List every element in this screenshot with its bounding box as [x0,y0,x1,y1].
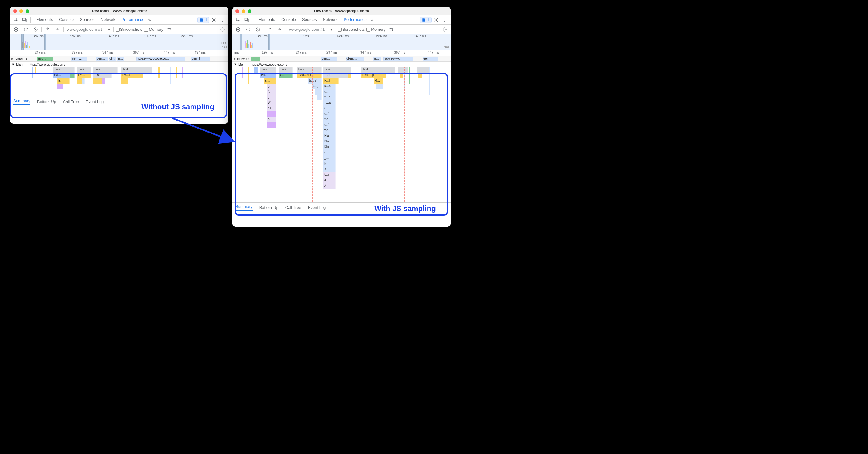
tab-elements[interactable]: Elements [258,16,276,24]
titlebar: DevTools - www.google.com/ [10,7,228,16]
tab-sources[interactable]: Sources [79,16,95,24]
kebab-icon[interactable]: ⋮ [441,16,449,24]
gc-icon[interactable] [165,26,173,33]
panel-tabs: Elements Console Sources Network Perform… [232,16,451,25]
device-icon[interactable] [21,16,29,24]
window-title: DevTools - www.google.com/ [232,9,451,13]
svg-point-11 [444,29,445,30]
tab-event-log[interactable]: Event Log [308,205,326,210]
svg-point-9 [436,19,437,21]
network-track[interactable]: ▶ Network gen… client… g… hpba (www… gen… [232,56,451,61]
details-tabs: Summary Bottom-Up Call Tree Event Log [10,96,228,107]
minimize-icon[interactable] [242,9,245,13]
tab-network[interactable]: Network [322,16,338,24]
devtools-window-right: DevTools - www.google.com/ Elements Cons… [232,7,451,227]
device-icon[interactable] [243,16,251,24]
issues-chip[interactable]: 1 [420,17,432,23]
issues-chip[interactable]: 1 [197,17,209,23]
svg-point-3 [213,19,215,21]
reload-icon[interactable] [244,26,252,33]
gear-icon[interactable] [210,16,218,24]
window-title: DevTools - www.google.com/ [10,9,228,13]
tab-summary[interactable]: Summary [13,98,30,105]
expand-icon[interactable]: ▶ [234,57,236,60]
clear-icon[interactable] [254,26,262,33]
download-icon[interactable] [276,26,284,33]
overview-minimap[interactable]: 497 ms 997 ms 1497 ms 1997 ms 2497 ms CP… [10,34,228,50]
inspect-icon[interactable] [234,16,242,24]
tab-console[interactable]: Console [281,16,297,24]
tab-sources[interactable]: Sources [302,16,317,24]
main-track-header[interactable]: ▼ Main — https://www.google.com/ [10,61,228,67]
upload-icon[interactable] [44,26,52,33]
reload-icon[interactable] [22,26,30,33]
minimize-icon[interactable] [19,9,23,13]
perf-settings-icon[interactable] [441,26,449,33]
recording-select[interactable]: www.google.com #1▾ [65,27,112,32]
record-button[interactable] [12,26,20,33]
tab-summary[interactable]: Summary [236,204,253,211]
download-icon[interactable] [54,26,61,33]
maximize-icon[interactable] [26,9,29,13]
tab-event-log[interactable]: Event Log [86,100,104,104]
more-tabs-icon[interactable]: » [146,16,154,24]
tab-performance[interactable]: Performance [121,16,145,24]
upload-icon[interactable] [266,26,274,33]
expand-icon[interactable]: ▶ [11,57,13,60]
tab-call-tree[interactable]: Call Tree [285,205,301,210]
flame-chart-right[interactable]: Task Pa…L E… (… (… (… W ea p Task C…t Ta… [232,67,451,202]
tab-network[interactable]: Network [100,16,116,24]
details-tabs: Summary Bottom-Up Call Tree Event Log [232,202,451,212]
gear-icon[interactable] [432,16,440,24]
memory-checkbox[interactable]: Memory [144,27,163,32]
network-track[interactable]: ▶ Network goo… gen_… gen… cl… n… hpba (w… [10,56,228,61]
flame-chart-left[interactable]: Task Pa…L E… Task Ev…t Task Task Task Ev… [10,67,228,96]
memory-checkbox[interactable]: Memory [366,27,385,32]
main-track-header[interactable]: ▼ Main — https://www.google.com/ [232,61,451,67]
tab-bottom-up[interactable]: Bottom-Up [259,205,278,210]
overview-minimap[interactable]: 497 ms 997 ms 1497 ms 1997 ms 2497 ms CP… [232,34,451,50]
tab-call-tree[interactable]: Call Tree [63,100,79,104]
panel-tabs: Elements Console Sources Network Perform… [10,16,228,25]
recording-select[interactable]: www.google.com #1▾ [288,27,334,32]
time-ruler[interactable]: 247 ms 297 ms 347 ms 397 ms 447 ms 497 m… [10,50,228,56]
more-tabs-icon[interactable]: » [368,16,376,24]
screenshots-checkbox[interactable]: Screenshots [338,27,365,32]
devtools-window-left: DevTools - www.google.com/ Elements Cons… [10,7,228,124]
time-ruler[interactable]: ms 197 ms 247 ms 297 ms 347 ms 397 ms 44… [232,50,451,56]
svg-point-5 [222,29,223,30]
clear-icon[interactable] [32,26,40,33]
collapse-icon[interactable]: ▼ [234,62,237,66]
tab-performance[interactable]: Performance [343,16,367,24]
titlebar: DevTools - www.google.com/ [232,7,451,16]
collapse-icon[interactable]: ▼ [11,62,15,66]
perf-toolbar: www.google.com #1▾ Screenshots Memory [232,25,451,34]
tab-console[interactable]: Console [58,16,74,24]
tab-bottom-up[interactable]: Bottom-Up [37,100,56,104]
kebab-icon[interactable]: ⋮ [219,16,226,24]
record-button[interactable] [234,26,242,33]
gc-icon[interactable] [387,26,395,33]
tab-elements[interactable]: Elements [36,16,54,24]
perf-toolbar: www.google.com #1▾ Screenshots Memory [10,25,228,34]
perf-settings-icon[interactable] [219,26,226,33]
maximize-icon[interactable] [248,9,251,13]
inspect-icon[interactable] [12,16,20,24]
close-icon[interactable] [13,9,17,13]
screenshots-checkbox[interactable]: Screenshots [116,27,142,32]
close-icon[interactable] [236,9,239,13]
